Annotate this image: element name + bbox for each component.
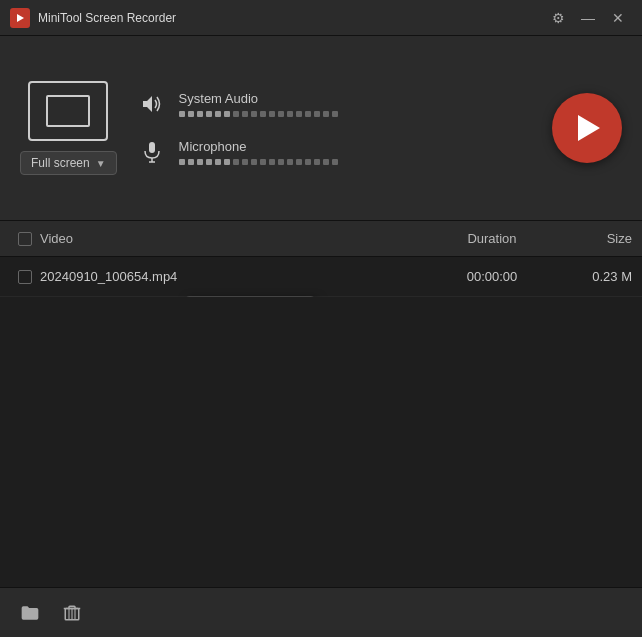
dot — [260, 111, 266, 117]
app-logo — [10, 8, 30, 28]
header-checkbox-cell — [10, 232, 40, 246]
microphone-label: Microphone — [179, 139, 532, 154]
dot — [323, 159, 329, 165]
dot — [278, 111, 284, 117]
dot — [197, 159, 203, 165]
dot — [215, 111, 221, 117]
microphone-section: Microphone — [179, 139, 532, 165]
microphone-row: Microphone — [137, 137, 532, 167]
microphone-icon — [137, 137, 167, 167]
svg-marker-0 — [17, 14, 24, 22]
dot — [233, 159, 239, 165]
duration-cell: 00:00:00 — [432, 269, 552, 284]
svg-rect-2 — [149, 142, 155, 153]
svg-marker-1 — [143, 96, 152, 112]
dot — [206, 159, 212, 165]
row-checkbox-cell — [10, 270, 40, 284]
top-panel: Full screen ▼ System Audio — [0, 36, 642, 221]
dot — [323, 111, 329, 117]
dot — [233, 111, 239, 117]
select-all-checkbox[interactable] — [18, 232, 32, 246]
file-table: Video Duration Size 20240910_100654.mp4 … — [0, 221, 642, 297]
chevron-down-icon: ▼ — [96, 158, 106, 169]
window-controls: ⚙ — ✕ — [544, 4, 632, 32]
minimize-button[interactable]: — — [574, 4, 602, 32]
dot — [287, 111, 293, 117]
play-icon — [578, 115, 600, 141]
delete-button[interactable] — [58, 599, 86, 627]
open-folder-button[interactable] — [16, 599, 44, 627]
system-audio-row: System Audio — [137, 89, 532, 119]
system-audio-level — [179, 111, 532, 117]
dot — [332, 111, 338, 117]
table-header: Video Duration Size — [0, 221, 642, 257]
dot — [242, 159, 248, 165]
audio-section: System Audio — [137, 89, 532, 167]
app-title: MiniTool Screen Recorder — [38, 11, 544, 25]
dot — [314, 159, 320, 165]
dot — [296, 159, 302, 165]
bottom-bar — [0, 587, 642, 637]
speaker-icon — [137, 89, 167, 119]
dot — [179, 159, 185, 165]
dot — [251, 111, 257, 117]
dot — [224, 111, 230, 117]
dot — [332, 159, 338, 165]
dot — [269, 159, 275, 165]
dot — [215, 159, 221, 165]
dot — [278, 159, 284, 165]
microphone-level — [179, 159, 532, 165]
dot — [251, 159, 257, 165]
size-column-header: Size — [552, 231, 632, 246]
filename-cell: 20240910_100654.mp4 — [40, 269, 432, 284]
dot — [242, 111, 248, 117]
dot — [305, 111, 311, 117]
dot — [197, 111, 203, 117]
title-bar: MiniTool Screen Recorder ⚙ — ✕ — [0, 0, 642, 36]
dot — [269, 111, 275, 117]
dot — [224, 159, 230, 165]
dot — [287, 159, 293, 165]
system-audio-label: System Audio — [179, 91, 532, 106]
dot — [206, 111, 212, 117]
video-column-header: Video — [40, 231, 432, 246]
capture-area: Full screen ▼ — [20, 81, 117, 175]
capture-mode-label: Full screen — [31, 156, 90, 170]
close-button[interactable]: ✕ — [604, 4, 632, 32]
dot — [296, 111, 302, 117]
size-cell: 0.23 M — [552, 269, 632, 284]
dot — [260, 159, 266, 165]
record-button[interactable] — [552, 93, 622, 163]
dot — [188, 159, 194, 165]
row-checkbox[interactable] — [18, 270, 32, 284]
settings-button[interactable]: ⚙ — [544, 4, 572, 32]
context-menu: Preview Select all Delete Rename Open fo… — [185, 296, 315, 297]
dot — [305, 159, 311, 165]
system-audio-section: System Audio — [179, 91, 532, 117]
table-row[interactable]: 20240910_100654.mp4 00:00:00 0.23 M — [0, 257, 642, 297]
capture-mode-dropdown[interactable]: Full screen ▼ — [20, 151, 117, 175]
screen-icon — [28, 81, 108, 141]
duration-column-header: Duration — [432, 231, 552, 246]
dot — [314, 111, 320, 117]
dot — [188, 111, 194, 117]
dot — [179, 111, 185, 117]
